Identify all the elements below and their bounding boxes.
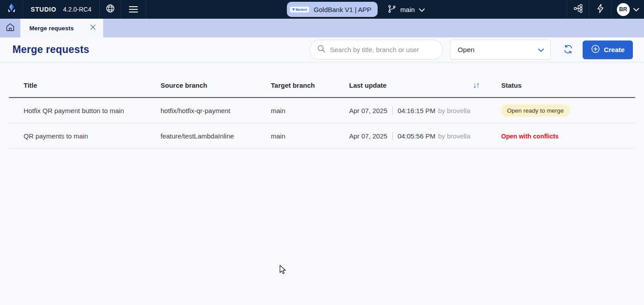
globe-button[interactable]: [100, 0, 121, 19]
topbar-right: BR: [567, 0, 644, 19]
git-branch-icon: [387, 4, 396, 15]
header-controls: Open Create: [310, 40, 633, 60]
sort-icon[interactable]: ↓↑: [473, 81, 479, 90]
mr-status-cell: Open with conflicts: [501, 132, 635, 140]
org-chart-button[interactable]: [567, 0, 589, 19]
col-last-update-label: Last update: [349, 81, 386, 89]
branch-selector[interactable]: main: [387, 4, 425, 15]
tab-bar: Merge requests: [0, 19, 644, 37]
lightning-icon: [596, 4, 605, 15]
mr-title: QR payments to main: [24, 132, 161, 140]
refresh-button[interactable]: [563, 44, 573, 56]
mr-author: by brovella: [438, 132, 471, 140]
table-body: Hotfix QR payment button to main hotfix/…: [9, 98, 635, 149]
studio-logo-icon: [6, 3, 17, 16]
merge-requests-table: Title Source branch Target branch Last u…: [9, 73, 635, 149]
col-last-update: Last update ↓↑: [349, 81, 501, 90]
tab-merge-requests[interactable]: Merge requests: [20, 19, 103, 37]
mr-title: Hotfix QR payment button to main: [24, 107, 161, 114]
mr-last-update: Apr 07, 2025 04:16:15 PM by brovella: [349, 106, 501, 114]
page-title: Merge requests: [12, 44, 89, 56]
filter-chevron-down-icon: [538, 46, 544, 54]
search-input[interactable]: [330, 46, 435, 53]
org-chart-icon: [573, 4, 583, 15]
mr-source-branch: hotfix/hotfix-qr-payment: [161, 107, 271, 114]
search-icon: [317, 45, 326, 55]
col-source-branch: Source branch: [161, 81, 271, 89]
kb-mini-logo-label: Banked: [296, 8, 307, 11]
status-filter-select[interactable]: Open: [450, 40, 551, 60]
create-button[interactable]: Create: [583, 41, 633, 59]
app-logo[interactable]: [0, 0, 23, 19]
status-text: Open with conflicts: [501, 133, 559, 140]
date-time-divider: [392, 106, 393, 114]
branch-chevron-down-icon: [419, 6, 425, 13]
mr-status-cell: Open ready to merge: [501, 105, 635, 117]
status-filter-value: Open: [458, 46, 475, 54]
table-header-row: Title Source branch Target branch Last u…: [9, 73, 635, 98]
home-icon: [5, 22, 15, 34]
tab-label: Merge requests: [29, 25, 74, 32]
mouse-cursor: [279, 265, 287, 277]
mr-target-branch: main: [271, 107, 349, 114]
mr-time: 04:16:15 PM: [398, 107, 435, 114]
brand-block: STUDIO 4.2.0-RC4: [23, 0, 100, 19]
plus-circle-icon: [591, 45, 600, 55]
search-box: [310, 40, 443, 60]
quick-actions-button[interactable]: [589, 0, 611, 19]
mr-author: by brovella: [438, 107, 471, 114]
mr-target-branch: main: [271, 132, 349, 140]
kb-mini-logo: Banked: [290, 7, 309, 12]
refresh-icon: [563, 44, 573, 56]
branch-name: main: [400, 6, 415, 13]
create-button-label: Create: [604, 46, 625, 53]
mr-time: 04:05:56 PM: [398, 132, 435, 140]
kb-mini-logo-icon: [292, 8, 295, 11]
mr-last-update: Apr 07, 2025 04:05:56 PM by brovella: [349, 132, 501, 140]
hamburger-icon: [129, 6, 138, 12]
col-title: Title: [24, 81, 161, 89]
kb-label: GoldBank V1 | APP: [314, 6, 371, 13]
tab-close-icon[interactable]: [90, 24, 96, 32]
brand-version: 4.2.0-RC4: [63, 6, 92, 13]
tab-home[interactable]: [0, 19, 20, 37]
user-menu[interactable]: BR: [611, 0, 644, 19]
table-row[interactable]: Hotfix QR payment button to main hotfix/…: [9, 98, 635, 123]
main-menu-button[interactable]: [121, 0, 146, 19]
user-chevron-down-icon: [633, 5, 639, 13]
status-badge: Open ready to merge: [501, 105, 570, 117]
mr-date: Apr 07, 2025: [349, 107, 387, 114]
mr-source-branch: feature/testLambdaInline: [161, 132, 271, 140]
page-header: Merge requests Open: [0, 37, 644, 62]
date-time-divider: [392, 132, 393, 140]
top-bar: STUDIO 4.2.0-RC4 Banked GoldBank V1 | AP…: [0, 0, 644, 19]
globe-icon: [105, 4, 115, 15]
col-target-branch: Target branch: [271, 81, 349, 89]
avatar: BR: [617, 3, 630, 16]
topbar-center: Banked GoldBank V1 | APP main: [287, 0, 425, 19]
knowledge-base-chip[interactable]: Banked GoldBank V1 | APP: [287, 2, 378, 17]
brand-name: STUDIO: [31, 6, 56, 13]
col-status: Status: [501, 81, 635, 89]
table-row[interactable]: QR payments to main feature/testLambdaIn…: [9, 123, 635, 149]
mr-date: Apr 07, 2025: [349, 132, 387, 140]
